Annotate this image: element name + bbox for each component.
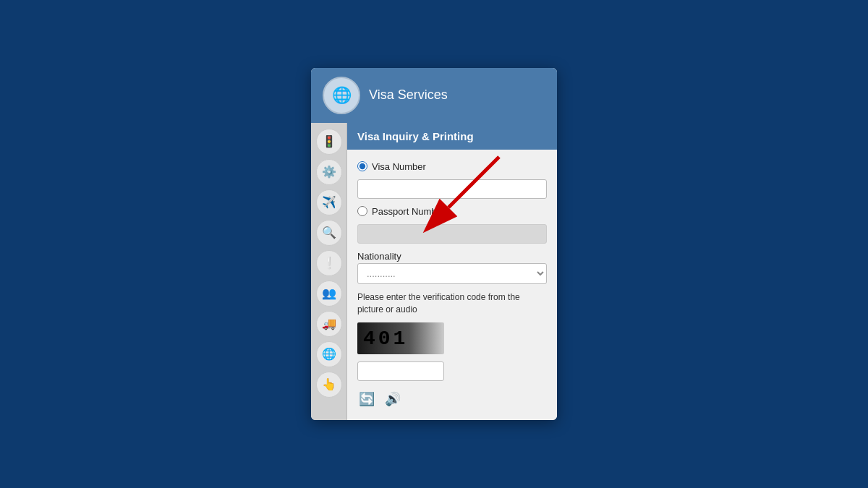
logo-icon: 🌐	[332, 86, 352, 105]
sidebar-item-traffic-light[interactable]: 🚦	[316, 129, 342, 155]
captcha-controls: 🔄 🔊	[357, 390, 547, 408]
radio-passport-number-label: Passport Number	[372, 206, 445, 217]
sidebar-item-settings[interactable]: ⚙️	[316, 159, 342, 185]
refresh-icon: 🔄	[359, 392, 375, 406]
app-logo: 🌐	[323, 77, 360, 114]
visa-number-input[interactable]	[357, 179, 547, 199]
app-title: Visa Services	[369, 87, 448, 103]
radio-visa-number-label: Visa Number	[372, 161, 426, 172]
captcha-code: 401	[363, 328, 408, 350]
app-window: 🌐 Visa Services 🚦 ⚙️ ✈️ 🔍 ❕ 👥 🚚 🌐 👆 Visa…	[311, 68, 557, 421]
radio-visa-number[interactable]: Visa Number	[357, 161, 547, 172]
radio-group: Visa Number	[357, 161, 547, 172]
passport-number-input[interactable]	[357, 224, 547, 244]
captcha-input[interactable]	[357, 361, 444, 381]
verification-label: Please enter the verification code from …	[357, 291, 547, 316]
radio-passport-number[interactable]: Passport Number	[357, 206, 547, 217]
nationality-select[interactable]: ...........	[357, 263, 547, 284]
sidebar-item-alert[interactable]: ❕	[316, 250, 342, 276]
panel-body: Visa Number Passport Number Nationality …	[347, 150, 557, 421]
audio-icon: 🔊	[385, 392, 401, 406]
nationality-label: Nationality	[357, 251, 547, 262]
panel-title: Visa Inquiry & Printing	[347, 123, 557, 150]
main-area: 🚦 ⚙️ ✈️ 🔍 ❕ 👥 🚚 🌐 👆 Visa Inquiry & Print…	[311, 123, 557, 421]
content-panel: Visa Inquiry & Printing	[347, 123, 557, 421]
captcha-image: 401	[357, 322, 444, 354]
sidebar-item-search[interactable]: 🔍	[316, 220, 342, 246]
sidebar-item-truck[interactable]: 🚚	[316, 311, 342, 337]
audio-captcha-button[interactable]: 🔊	[383, 390, 402, 408]
sidebar-item-fingerprint[interactable]: 👆	[316, 372, 342, 398]
app-header: 🌐 Visa Services	[311, 68, 557, 123]
radio-visa-number-input[interactable]	[357, 161, 367, 171]
sidebar: 🚦 ⚙️ ✈️ 🔍 ❕ 👥 🚚 🌐 👆	[311, 123, 347, 421]
sidebar-item-users[interactable]: 👥	[316, 281, 342, 307]
sidebar-item-airplane[interactable]: ✈️	[316, 189, 342, 215]
radio-passport-number-input[interactable]	[357, 206, 367, 216]
refresh-captcha-button[interactable]: 🔄	[357, 390, 376, 408]
nationality-section: Nationality ...........	[357, 251, 547, 284]
sidebar-item-globe[interactable]: 🌐	[316, 341, 342, 367]
